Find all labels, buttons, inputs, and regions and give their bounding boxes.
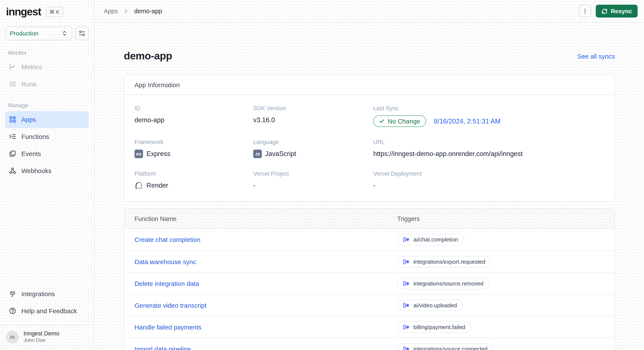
app-information-title: App Information: [124, 75, 614, 95]
event-trigger-icon: [403, 302, 410, 308]
trigger-name: ai/video.uploaded: [414, 302, 457, 308]
trigger-pill[interactable]: integrations/export.requested: [397, 256, 491, 267]
last-sync-date-link[interactable]: 8/16/2024, 2:51:31 AM: [434, 117, 500, 125]
trigger-name: billing/payment.failed: [414, 324, 465, 330]
check-icon: [379, 119, 384, 124]
table-row: Import data pipeline integrations/source…: [124, 337, 614, 350]
field-label: Last Sync: [373, 105, 604, 112]
user-menu[interactable]: IN Inngest Demo John Doe: [0, 325, 94, 350]
trigger-pill[interactable]: billing/payment.failed: [397, 321, 471, 333]
sidebar-footer: Integrations Help and Feedback IN Innges…: [0, 285, 94, 350]
function-link[interactable]: Create chat completion: [134, 236, 397, 243]
event-trigger-icon: [403, 346, 410, 350]
sidebar-item-runs[interactable]: Runs: [5, 75, 89, 93]
javascript-icon: JS: [253, 150, 262, 158]
trigger-name: integrations/source.connected: [414, 345, 488, 350]
sidebar-item-label: Runs: [21, 80, 36, 88]
trigger-pill[interactable]: ai/video.uploaded: [397, 299, 463, 311]
sidebar: inngest ⌘ K Production Monitor Metrics: [0, 0, 94, 350]
sidebar-item-label: Help and Feedback: [21, 307, 77, 314]
resync-label: Resync: [611, 8, 632, 15]
sidebar-item-help-and-feedback[interactable]: Help and Feedback: [5, 302, 89, 319]
events-icon: [9, 150, 16, 157]
sidebar-item-metrics[interactable]: Metrics: [5, 58, 89, 75]
page-title: demo-app: [124, 50, 172, 62]
function-link[interactable]: Data warehouse sync: [134, 258, 397, 265]
field-label: ID: [134, 105, 253, 112]
sidebar-item-apps[interactable]: Apps: [5, 111, 89, 128]
table-row: Handle failed payments billing/payment.f…: [124, 316, 614, 337]
breadcrumb: Apps demo-app: [104, 8, 162, 15]
event-trigger-icon: [403, 280, 410, 286]
table-row: Data warehouse sync integrations/export.…: [124, 250, 614, 272]
trigger-pill[interactable]: integrations/source.connected: [397, 343, 494, 350]
event-trigger-icon: [403, 237, 410, 242]
see-all-syncs-link[interactable]: See all syncs: [577, 52, 615, 60]
trigger-name: integrations/export.requested: [414, 258, 485, 265]
field-label: Vercel Deployment: [373, 171, 604, 177]
field-id: ID demo-app: [134, 105, 253, 127]
column-function-name: Function Name: [134, 215, 397, 222]
render-icon: [134, 181, 143, 190]
field-value: Render: [146, 182, 168, 189]
chevron-right-icon: [124, 9, 128, 14]
sidebar-item-label: Integrations: [21, 290, 55, 297]
trigger-name: integrations/source.removed: [414, 280, 484, 286]
event-trigger-icon: [403, 259, 410, 264]
apps-icon: [9, 116, 16, 123]
field-framework: Framework ex Express: [134, 139, 253, 159]
breadcrumb-apps[interactable]: Apps: [104, 8, 118, 15]
table-row: Create chat completion ai/chat.completio…: [124, 229, 614, 250]
field-sdk-version: SDK Version v3.16.0: [253, 105, 373, 127]
resync-button[interactable]: Resync: [596, 5, 638, 18]
content-area: Apps demo-app Resync: [94, 0, 644, 350]
sidebar-item-webhooks[interactable]: Webhooks: [5, 162, 89, 179]
functions-icon: [9, 133, 16, 140]
field-url: URL https://inngest-demo-app.onrender.co…: [373, 139, 604, 159]
kebab-icon: [582, 8, 588, 14]
command-k-shortcut[interactable]: ⌘ K: [46, 7, 64, 17]
trigger-pill[interactable]: ai/chat.completion: [397, 234, 464, 245]
sidebar-item-events[interactable]: Events: [5, 145, 89, 162]
function-link[interactable]: Generate video transcript: [134, 301, 397, 309]
field-vercel-deployment: Vercel Deployment -: [373, 171, 604, 190]
breadcrumb-current: demo-app: [134, 8, 162, 15]
inngest-logo[interactable]: inngest: [6, 6, 41, 18]
function-link[interactable]: Import data pipeline: [134, 345, 397, 350]
environment-settings-button[interactable]: [75, 26, 89, 40]
field-value: -: [373, 181, 604, 190]
app-information-card: App Information ID demo-app SDK Version …: [124, 75, 615, 202]
help-circle-icon: [9, 307, 16, 314]
topbar: Apps demo-app Resync: [94, 0, 644, 23]
field-label: Platform: [134, 171, 253, 177]
plug-icon: [9, 290, 16, 297]
field-value: -: [253, 181, 373, 190]
sidebar-item-label: Metrics: [21, 63, 42, 71]
sidebar-item-integrations[interactable]: Integrations: [5, 285, 89, 302]
environment-label: Production: [10, 30, 38, 37]
runs-icon: [9, 80, 16, 88]
table-header: Function Name Triggers: [124, 209, 614, 229]
sidebar-item-label: Events: [21, 150, 41, 157]
main-panel: demo-app See all syncs App Information I…: [94, 23, 644, 350]
field-label: Framework: [134, 139, 253, 145]
function-link[interactable]: Handle failed payments: [134, 323, 397, 330]
section-label-manage: Manage: [8, 102, 94, 108]
webhooks-icon: [9, 167, 16, 174]
field-label: Language: [253, 139, 373, 145]
trigger-name: ai/chat.completion: [414, 236, 458, 243]
function-link[interactable]: Delete integration data: [134, 280, 397, 287]
sliders-icon: [78, 30, 86, 37]
sidebar-item-label: Functions: [21, 133, 49, 140]
sidebar-item-functions[interactable]: Functions: [5, 128, 89, 145]
avatar: IN: [6, 331, 19, 343]
field-label: URL: [373, 139, 604, 145]
express-icon: ex: [134, 150, 143, 158]
user-name: John Doe: [24, 337, 59, 344]
trigger-pill[interactable]: integrations/source.removed: [397, 277, 490, 289]
column-triggers: Triggers: [397, 215, 604, 222]
more-options-button[interactable]: [579, 5, 592, 18]
field-last-sync: Last Sync No Change 8/16/2024, 2:51:31 A…: [373, 105, 604, 127]
event-trigger-icon: [403, 324, 410, 330]
environment-selector[interactable]: Production: [5, 26, 72, 40]
